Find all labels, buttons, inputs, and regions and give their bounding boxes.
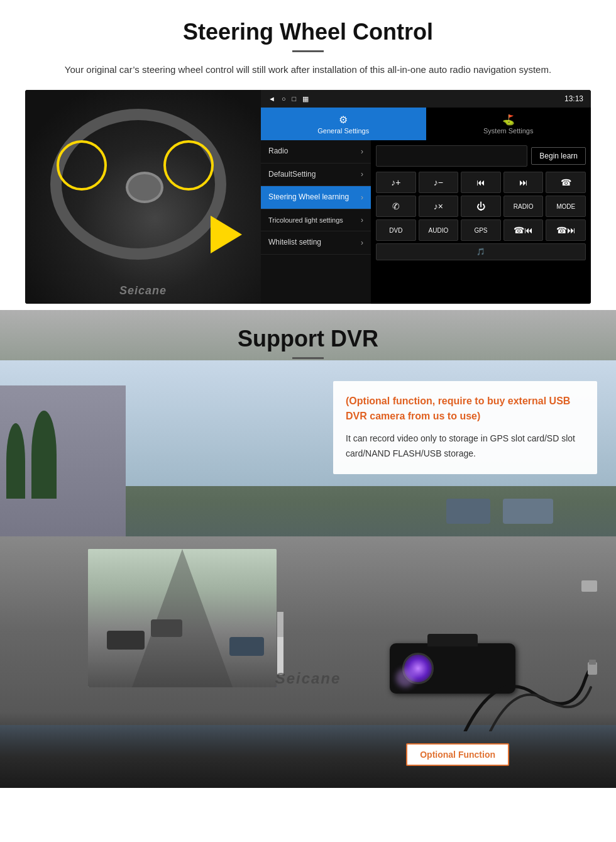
tab-general-settings[interactable]: ⚙ General Settings	[261, 108, 426, 140]
camera-top-bump	[427, 634, 478, 646]
system-icon: ⛳	[502, 114, 515, 126]
seicane-watermark: Seicane	[119, 284, 167, 297]
arrow-icon: ›	[361, 170, 363, 179]
control-buttons-row3: DVD AUDIO GPS ☎⏮ ☎⏭	[376, 219, 586, 241]
begin-learn-row: Begin learn	[376, 145, 586, 167]
optional-function-badge: Optional Function	[406, 743, 509, 766]
phone-mockup: Seicane ◄ ○ □ ▦ 13:13 ⚙ General Settings	[25, 90, 591, 304]
dvr-title: Support DVR	[0, 326, 616, 352]
dvr-preview-small	[88, 549, 277, 687]
yellow-circle-right	[163, 140, 214, 191]
camera-glow	[396, 668, 415, 687]
menu-item-whitelist[interactable]: Whitelist setting ›	[261, 231, 371, 255]
dvr-content-area: (Optional function, require to buy exter…	[0, 381, 616, 474]
seicane-brand: Seicane	[275, 670, 341, 687]
status-icons: ◄ ○ □ ▦	[268, 95, 309, 103]
dvr-optional-text: (Optional function, require to buy exter…	[346, 394, 585, 424]
android-tabs: ⚙ General Settings ⛳ System Settings	[261, 108, 591, 140]
mute-button[interactable]: ♪×	[419, 196, 459, 217]
control-buttons-row2: ✆ ♪× ⏻ RADIO MODE	[376, 196, 586, 217]
tel-next-button[interactable]: ☎⏭	[546, 219, 586, 241]
tab-system-settings[interactable]: ⛳ System Settings	[426, 108, 591, 140]
steering-wheel-section: Steering Wheel Control Your original car…	[0, 0, 616, 304]
arrow-icon: ›	[361, 238, 363, 247]
dvr-title-divider	[292, 357, 324, 359]
menu-icon: ▦	[302, 95, 309, 103]
next-track-button[interactable]: ⏭	[503, 172, 544, 193]
android-status-bar: ◄ ○ □ ▦ 13:13	[261, 90, 591, 108]
android-panel: ◄ ○ □ ▦ 13:13 ⚙ General Settings ⛳ Syste…	[261, 90, 591, 304]
usb-connector	[581, 580, 597, 592]
dvr-title-area: Support DVR	[0, 310, 616, 368]
control-buttons-row1: ♪+ ♪− ⏮ ⏭ ☎	[376, 172, 586, 193]
home-icon: ○	[282, 95, 286, 102]
arrow-icon: ›	[361, 193, 363, 202]
audio-button[interactable]: AUDIO	[419, 219, 459, 241]
section-subtitle: Your original car’s steering wheel contr…	[25, 62, 591, 77]
recent-icon: □	[292, 95, 297, 102]
svg-rect-1	[589, 660, 596, 665]
whitelist-row: 🎵	[376, 243, 586, 260]
android-content: Radio › DefaultSetting › Steering Wheel …	[261, 140, 591, 304]
hang-up-button[interactable]: ✆	[376, 196, 416, 217]
dvr-camera-area	[358, 568, 597, 731]
tab-system-label: System Settings	[483, 127, 533, 135]
menu-list: Radio › DefaultSetting › Steering Wheel …	[261, 140, 371, 304]
status-time: 13:13	[564, 94, 583, 103]
vol-down-button[interactable]: ♪−	[419, 172, 459, 193]
yellow-arrow-icon	[211, 216, 242, 253]
begin-learn-button[interactable]: Begin learn	[531, 147, 586, 165]
camera-cable	[459, 656, 597, 731]
learn-input[interactable]	[376, 145, 527, 167]
prev-track-button[interactable]: ⏮	[461, 172, 501, 193]
menu-item-tricoloured[interactable]: Tricoloured light settings ›	[261, 209, 371, 231]
title-divider	[292, 50, 324, 52]
tab-general-label: General Settings	[317, 127, 369, 135]
tel-prev-button[interactable]: ☎⏮	[503, 219, 544, 241]
menu-item-default[interactable]: DefaultSetting ›	[261, 163, 371, 187]
gps-button[interactable]: GPS	[461, 219, 501, 241]
radio-button[interactable]: RADIO	[503, 196, 544, 217]
menu-item-radio[interactable]: Radio ›	[261, 140, 371, 163]
dvr-description: It can record video only to storage in G…	[346, 431, 585, 462]
mode-button[interactable]: MODE	[546, 196, 586, 217]
page-title: Steering Wheel Control	[25, 19, 591, 45]
arrow-icon: ›	[361, 147, 363, 156]
dvd-button[interactable]: DVD	[376, 219, 416, 241]
power-button[interactable]: ⏻	[461, 196, 501, 217]
whitelist-icon[interactable]: 🎵	[376, 243, 586, 260]
call-button[interactable]: ☎	[546, 172, 586, 193]
back-icon: ◄	[268, 95, 275, 102]
menu-item-steering[interactable]: Steering Wheel learning ›	[261, 186, 371, 209]
vol-up-button[interactable]: ♪+	[376, 172, 416, 193]
steering-photo: Seicane	[25, 90, 261, 304]
dvr-section: Support DVR (Optional function, require …	[0, 310, 616, 788]
control-panel: Begin learn ♪+ ♪− ⏮	[371, 140, 591, 304]
dvr-info-box: (Optional function, require to buy exter…	[333, 381, 597, 474]
settings-icon: ⚙	[339, 114, 348, 126]
yellow-circle-left	[57, 140, 107, 191]
arrow-icon: ›	[361, 216, 363, 224]
